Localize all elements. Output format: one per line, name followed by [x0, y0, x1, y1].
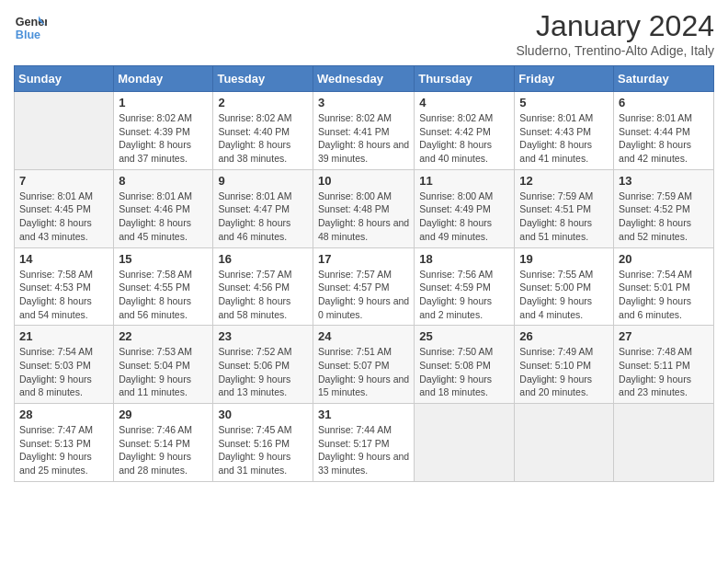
title-block: January 2024 Sluderno, Trentino-Alto Adi… — [516, 9, 714, 58]
calendar-table: SundayMondayTuesdayWednesdayThursdayFrid… — [14, 65, 714, 482]
daylight-text: Daylight: 8 hours and 54 minutes. — [19, 295, 92, 320]
sunrise-text: Sunrise: 8:01 AM — [619, 112, 692, 123]
calendar-cell — [614, 404, 714, 482]
calendar-cell: 20 Sunrise: 7:54 AM Sunset: 5:01 PM Dayl… — [614, 247, 714, 326]
daylight-text: Daylight: 9 hours and 6 minutes. — [619, 295, 691, 320]
sunrise-text: Sunrise: 8:01 AM — [119, 190, 192, 201]
day-info: Sunrise: 7:47 AM Sunset: 5:13 PM Dayligh… — [19, 423, 108, 477]
sunset-text: Sunset: 5:03 PM — [19, 360, 91, 371]
daylight-text: Daylight: 9 hours and 31 minutes. — [218, 451, 290, 476]
day-number: 31 — [318, 408, 409, 421]
calendar-cell: 18 Sunrise: 7:56 AM Sunset: 4:59 PM Dayl… — [415, 247, 515, 326]
weekday-header: Wednesday — [313, 66, 414, 92]
day-info: Sunrise: 8:01 AM Sunset: 4:43 PM Dayligh… — [519, 111, 609, 166]
calendar-cell: 19 Sunrise: 7:55 AM Sunset: 5:00 PM Dayl… — [515, 247, 614, 326]
calendar-cell: 21 Sunrise: 7:54 AM Sunset: 5:03 PM Dayl… — [15, 326, 114, 404]
calendar-cell — [415, 404, 515, 482]
calendar-cell: 8 Sunrise: 8:01 AM Sunset: 4:46 PM Dayli… — [114, 169, 213, 247]
calendar-cell: 23 Sunrise: 7:52 AM Sunset: 5:06 PM Dayl… — [213, 326, 313, 404]
daylight-text: Daylight: 8 hours and 40 minutes. — [419, 139, 492, 164]
day-info: Sunrise: 7:57 AM Sunset: 4:57 PM Dayligh… — [318, 268, 409, 322]
daylight-text: Daylight: 9 hours and 18 minutes. — [419, 373, 492, 398]
sunset-text: Sunset: 5:01 PM — [619, 282, 690, 293]
daylight-text: Daylight: 9 hours and 0 minutes. — [318, 295, 409, 320]
calendar-cell: 29 Sunrise: 7:46 AM Sunset: 5:14 PM Dayl… — [114, 404, 213, 482]
sunrise-text: Sunrise: 7:56 AM — [419, 269, 493, 280]
day-info: Sunrise: 7:50 AM Sunset: 5:08 PM Dayligh… — [419, 345, 509, 399]
sunrise-text: Sunrise: 7:53 AM — [119, 346, 192, 357]
calendar-cell: 26 Sunrise: 7:49 AM Sunset: 5:10 PM Dayl… — [515, 326, 614, 404]
day-info: Sunrise: 8:01 AM Sunset: 4:45 PM Dayligh… — [19, 190, 108, 244]
calendar-cell: 7 Sunrise: 8:01 AM Sunset: 4:45 PM Dayli… — [15, 169, 114, 247]
svg-text:Blue: Blue — [16, 29, 40, 41]
calendar-cell: 17 Sunrise: 7:57 AM Sunset: 4:57 PM Dayl… — [313, 247, 414, 326]
sunrise-text: Sunrise: 7:54 AM — [19, 346, 93, 357]
calendar-week-row: 1 Sunrise: 8:02 AM Sunset: 4:39 PM Dayli… — [15, 92, 714, 170]
sunset-text: Sunset: 5:08 PM — [419, 360, 491, 371]
day-number: 9 — [218, 174, 308, 188]
calendar-cell: 9 Sunrise: 8:01 AM Sunset: 4:47 PM Dayli… — [213, 169, 313, 247]
daylight-text: Daylight: 8 hours and 56 minutes. — [119, 295, 191, 320]
sunset-text: Sunset: 5:10 PM — [519, 360, 591, 371]
daylight-text: Daylight: 9 hours and 13 minutes. — [218, 373, 290, 398]
weekday-header: Sunday — [15, 66, 114, 92]
calendar-cell: 11 Sunrise: 8:00 AM Sunset: 4:49 PM Dayl… — [415, 169, 515, 247]
weekday-header: Monday — [114, 66, 213, 92]
day-number: 24 — [318, 329, 409, 343]
sunrise-text: Sunrise: 7:48 AM — [619, 346, 692, 357]
day-info: Sunrise: 8:02 AM Sunset: 4:40 PM Dayligh… — [218, 111, 308, 166]
day-info: Sunrise: 7:46 AM Sunset: 5:14 PM Dayligh… — [119, 423, 208, 477]
sunset-text: Sunset: 5:00 PM — [519, 282, 591, 293]
sunset-text: Sunset: 4:59 PM — [419, 282, 491, 293]
sunset-text: Sunset: 4:57 PM — [318, 282, 390, 293]
sunrise-text: Sunrise: 7:46 AM — [119, 424, 192, 435]
daylight-text: Daylight: 8 hours and 46 minutes. — [218, 217, 290, 242]
sunrise-text: Sunrise: 7:45 AM — [218, 424, 291, 435]
sunrise-text: Sunrise: 7:58 AM — [119, 269, 192, 280]
sunset-text: Sunset: 4:52 PM — [619, 203, 690, 214]
calendar-cell: 12 Sunrise: 7:59 AM Sunset: 4:51 PM Dayl… — [515, 169, 614, 247]
sunset-text: Sunset: 4:44 PM — [619, 126, 690, 137]
sunrise-text: Sunrise: 7:50 AM — [419, 346, 493, 357]
day-number: 29 — [119, 408, 208, 421]
calendar-cell: 2 Sunrise: 8:02 AM Sunset: 4:40 PM Dayli… — [213, 92, 313, 170]
calendar-week-row: 28 Sunrise: 7:47 AM Sunset: 5:13 PM Dayl… — [15, 404, 714, 482]
day-number: 4 — [419, 96, 509, 109]
sunrise-text: Sunrise: 8:02 AM — [218, 112, 291, 123]
sunrise-text: Sunrise: 8:00 AM — [318, 190, 392, 201]
day-info: Sunrise: 7:44 AM Sunset: 5:17 PM Dayligh… — [318, 423, 409, 477]
sunrise-text: Sunrise: 8:02 AM — [419, 112, 493, 123]
day-number: 18 — [419, 252, 509, 266]
day-number: 1 — [119, 96, 208, 109]
sunset-text: Sunset: 4:53 PM — [19, 282, 91, 293]
daylight-text: Daylight: 9 hours and 25 minutes. — [19, 451, 92, 476]
calendar-cell — [515, 404, 614, 482]
day-number: 8 — [119, 174, 208, 188]
weekday-header: Saturday — [614, 66, 714, 92]
day-number: 16 — [218, 252, 308, 266]
day-info: Sunrise: 7:58 AM Sunset: 4:53 PM Dayligh… — [19, 268, 108, 322]
day-number: 20 — [619, 252, 709, 266]
day-number: 23 — [218, 329, 308, 343]
daylight-text: Daylight: 9 hours and 2 minutes. — [419, 295, 492, 320]
sunset-text: Sunset: 5:11 PM — [619, 360, 690, 371]
calendar-cell: 6 Sunrise: 8:01 AM Sunset: 4:44 PM Dayli… — [614, 92, 714, 170]
sunrise-text: Sunrise: 8:00 AM — [419, 190, 493, 201]
daylight-text: Daylight: 8 hours and 38 minutes. — [218, 139, 290, 164]
calendar-cell: 15 Sunrise: 7:58 AM Sunset: 4:55 PM Dayl… — [114, 247, 213, 326]
sunrise-text: Sunrise: 8:01 AM — [519, 112, 593, 123]
daylight-text: Daylight: 9 hours and 15 minutes. — [318, 373, 409, 398]
daylight-text: Daylight: 8 hours and 45 minutes. — [119, 217, 191, 242]
sunset-text: Sunset: 5:06 PM — [218, 360, 290, 371]
day-number: 6 — [619, 96, 709, 109]
day-number: 17 — [318, 252, 409, 266]
sunrise-text: Sunrise: 7:59 AM — [619, 190, 692, 201]
day-info: Sunrise: 7:48 AM Sunset: 5:11 PM Dayligh… — [619, 345, 709, 399]
sunset-text: Sunset: 4:51 PM — [519, 203, 591, 214]
calendar-cell: 24 Sunrise: 7:51 AM Sunset: 5:07 PM Dayl… — [313, 326, 414, 404]
daylight-text: Daylight: 9 hours and 4 minutes. — [519, 295, 592, 320]
day-info: Sunrise: 8:01 AM Sunset: 4:44 PM Dayligh… — [619, 111, 709, 166]
day-info: Sunrise: 7:49 AM Sunset: 5:10 PM Dayligh… — [519, 345, 609, 399]
sunset-text: Sunset: 5:07 PM — [318, 360, 390, 371]
day-number: 3 — [318, 96, 409, 109]
